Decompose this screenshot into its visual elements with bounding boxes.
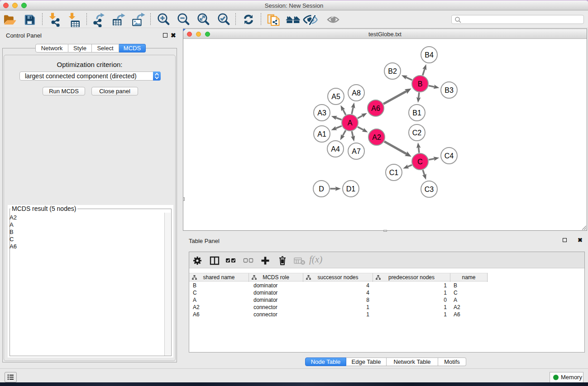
svg-text:A: A: [348, 119, 353, 127]
svg-text:A3: A3: [317, 109, 326, 117]
svg-text:C2: C2: [412, 129, 422, 137]
svg-text:A8: A8: [352, 89, 361, 97]
svg-text:B: B: [418, 80, 423, 88]
svg-text:D1: D1: [346, 185, 356, 193]
svg-text:A6: A6: [371, 105, 380, 112]
svg-text:C4: C4: [445, 152, 454, 160]
svg-text:B3: B3: [445, 86, 454, 94]
svg-text:A1: A1: [317, 130, 326, 138]
svg-text:C: C: [417, 158, 423, 166]
svg-text:B4: B4: [425, 51, 434, 59]
svg-text:D: D: [319, 185, 324, 193]
svg-text:A7: A7: [352, 148, 361, 155]
svg-text:A5: A5: [331, 93, 340, 100]
svg-text:C1: C1: [389, 169, 399, 176]
svg-text:A4: A4: [331, 145, 340, 153]
svg-text:B1: B1: [412, 109, 421, 117]
svg-text:B2: B2: [388, 67, 397, 75]
svg-text:A2: A2: [372, 133, 381, 141]
svg-text:C3: C3: [425, 186, 434, 193]
